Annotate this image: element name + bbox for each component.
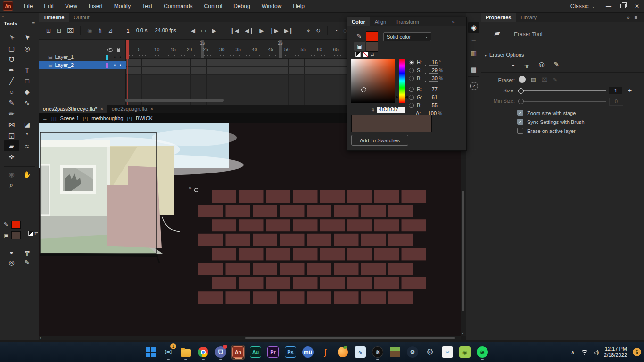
eraser-mode-option[interactable]: ◒: [511, 60, 515, 68]
canvas-horizontal-scrollbar[interactable]: ‹: [39, 336, 461, 340]
no-color-icon[interactable]: [363, 52, 368, 57]
tab-timeline[interactable]: Timeline: [39, 13, 69, 22]
breadcrumb-symbol-1[interactable]: methhoughbg: [91, 115, 123, 121]
menu-item-debug[interactable]: Debug: [228, 0, 256, 12]
default-colors-icon[interactable]: [28, 231, 33, 236]
new-folder-button[interactable]: ⊡: [54, 27, 64, 34]
eyedropper-tool[interactable]: ❜: [19, 130, 35, 140]
erase-fills-option[interactable]: ◎: [4, 257, 19, 268]
size-value[interactable]: 1: [609, 87, 622, 94]
layer-row-layer_2[interactable]: ▤Layer_2••: [39, 61, 126, 69]
menu-item-view[interactable]: View: [59, 0, 83, 12]
width-tool[interactable]: ≈: [19, 140, 35, 151]
expand-panel-icon[interactable]: »: [627, 15, 629, 20]
align-panel-icon[interactable]: ≣: [468, 34, 479, 46]
step-back-button[interactable]: ◀❙: [242, 27, 256, 34]
color-type-dropdown[interactable]: Solid color ⌄: [383, 32, 431, 41]
camera-button[interactable]: ◉: [84, 27, 95, 34]
brightness-value[interactable]: 30: [425, 75, 438, 82]
delete-layer-button[interactable]: ⌧: [64, 27, 76, 34]
loop-left-button[interactable]: ◀: [188, 27, 198, 34]
audition-icon[interactable]: Au: [249, 345, 262, 360]
panel-menu-icon[interactable]: ≡: [635, 15, 637, 20]
go-to-first-frame-button[interactable]: ❙◀: [227, 27, 242, 34]
close-button[interactable]: ✕: [630, 1, 644, 11]
onion-skin-button[interactable]: ◔: [331, 27, 340, 34]
faucet-option[interactable]: ╦: [524, 60, 529, 68]
mail-icon[interactable]: ✉1: [162, 345, 175, 360]
size-slider-thumb[interactable]: [518, 88, 524, 94]
erase-advanced-option[interactable]: ✎: [554, 60, 560, 68]
start-button[interactable]: [144, 345, 157, 360]
menu-item-insert[interactable]: Insert: [83, 0, 108, 12]
show-hide-all-icon[interactable]: [107, 48, 113, 52]
hand-tool[interactable]: ✋: [19, 169, 35, 180]
eraser-tool[interactable]: ▰: [4, 140, 19, 151]
ink-bottle-tool[interactable]: ◱: [4, 130, 19, 140]
menu-item-text[interactable]: Text: [136, 0, 158, 12]
breadcrumb-symbol-2[interactable]: BWICK: [136, 115, 153, 121]
checkbox-zoom-size-with-stage[interactable]: ✓: [517, 110, 523, 116]
notification-badge[interactable]: 6: [633, 348, 641, 356]
layer-parenting-button[interactable]: ⋔: [95, 27, 105, 34]
breadcrumb-scene[interactable]: Scene 1: [60, 115, 79, 121]
elapsed-time-value[interactable]: 0.0 s: [136, 27, 148, 33]
frame-rate-value[interactable]: 24.00 fps: [155, 27, 176, 33]
discord-icon[interactable]: ᗜ: [214, 345, 227, 360]
step-forward-button[interactable]: ❙▶: [266, 27, 281, 34]
lasso-tool[interactable]: ℧: [4, 54, 19, 65]
settings-icon[interactable]: ⚙: [423, 345, 437, 360]
red-radio[interactable]: [409, 87, 414, 92]
zoom-tool[interactable]: ⌕: [4, 180, 19, 190]
collapse-panel-icon[interactable]: «: [2, 14, 4, 19]
scroll-down-icon[interactable]: ⌄: [461, 330, 465, 335]
steam-icon[interactable]: ⚙: [406, 345, 419, 360]
animate-icon[interactable]: An: [231, 345, 245, 360]
hue-value[interactable]: 16: [425, 59, 438, 66]
horizontal-scroll-thumb[interactable]: [245, 337, 455, 339]
fl-swoosh-icon[interactable]: ʃ: [319, 345, 332, 360]
classic-brush-tool[interactable]: ✏: [4, 108, 19, 119]
erase-advanced-option[interactable]: ✎: [19, 257, 35, 268]
stroke-color-swatch[interactable]: [11, 221, 21, 229]
graph-editor-button[interactable]: ⊿: [106, 27, 116, 34]
spotify-icon[interactable]: ≋: [476, 345, 489, 360]
chrome-icon[interactable]: [197, 345, 210, 360]
saturation-value[interactable]: 29: [425, 67, 438, 74]
layer-visibility-dots[interactable]: ••: [114, 55, 121, 59]
expand-panel-icon[interactable]: »: [452, 19, 454, 25]
stage-canvas[interactable]: ✳: [39, 123, 461, 336]
text-tool[interactable]: T: [19, 65, 35, 75]
play-button[interactable]: ▶: [256, 27, 266, 34]
close-tab-icon[interactable]: ×: [100, 107, 103, 112]
erase-fills-option[interactable]: ◎: [538, 60, 544, 68]
current-frame-value[interactable]: 1: [127, 28, 130, 33]
red-value[interactable]: 77: [425, 86, 438, 92]
menu-item-commands[interactable]: Commands: [158, 0, 198, 12]
exchange-icon[interactable]: ↗: [468, 80, 479, 91]
size-slider[interactable]: [520, 90, 606, 91]
fill-color-swatch[interactable]: [366, 41, 378, 52]
checkbox-row[interactable]: ✓Sync Settings with Brush: [517, 119, 585, 125]
scroll-left-icon[interactable]: ‹: [40, 336, 41, 340]
hue-radio[interactable]: [409, 60, 414, 65]
layer-name[interactable]: Layer_2: [55, 62, 74, 68]
layer-color-chip[interactable]: [106, 55, 108, 60]
panel-menu-icon[interactable]: ≡: [460, 19, 462, 25]
swap-colors-icon[interactable]: ⇄: [34, 231, 38, 236]
stroke-color-swatch[interactable]: [366, 31, 378, 41]
vertical-scroll-thumb[interactable]: [462, 191, 464, 311]
line-tool[interactable]: ╱: [4, 75, 19, 86]
tray-expand-icon[interactable]: ∧: [571, 349, 575, 355]
checkbox-erase-on-active-layer[interactable]: [517, 128, 523, 134]
menu-item-control[interactable]: Control: [198, 0, 228, 12]
stroke-pencil-icon[interactable]: ✎: [356, 33, 362, 40]
menu-item-modify[interactable]: Modify: [108, 0, 136, 12]
go-to-last-frame-button[interactable]: ▶❙: [281, 27, 296, 34]
delete-brush-icon[interactable]: ⌧: [541, 77, 547, 83]
rectangle-tool[interactable]: □: [19, 75, 35, 86]
color-picker-cursor[interactable]: [361, 87, 366, 92]
library-panel-icon[interactable]: ▤: [468, 64, 479, 75]
transform-panel-icon[interactable]: ▦: [468, 47, 479, 58]
minecraft-icon[interactable]: [388, 345, 402, 360]
